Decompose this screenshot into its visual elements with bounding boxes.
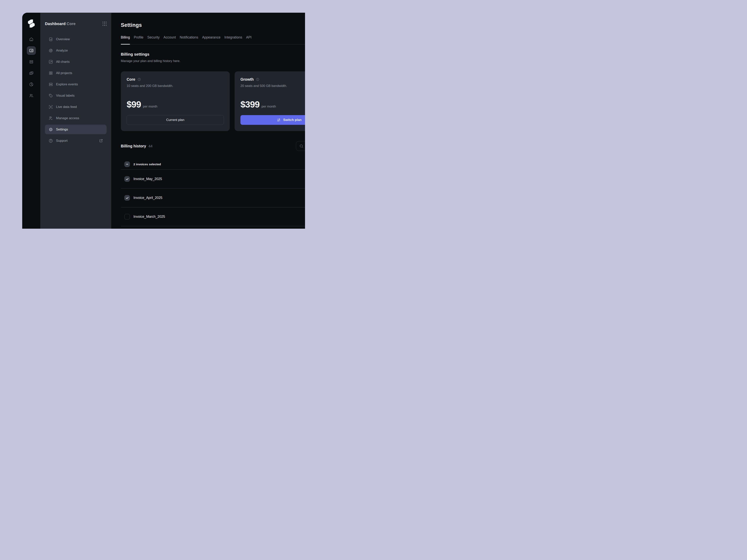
brand-name-secondary: Core [67,22,76,26]
tab-integrations[interactable]: Integrations [224,35,242,39]
rail-item-analytics[interactable] [27,46,36,55]
info-icon[interactable] [256,78,259,81]
switch-arrows-icon [277,118,281,122]
invoice-list: 2 invoices selected Invoice_May_2025 Inv… [121,159,305,226]
invoice-checkbox[interactable] [124,176,130,182]
sidebar-item-all-projects[interactable]: All projects [45,68,107,78]
tab-notifications[interactable]: Notifications [180,35,198,39]
sidebar-header: DashboardCore [45,21,107,26]
billing-history-title: Billing history [121,144,146,149]
select-all-checkbox[interactable] [124,161,130,167]
invoice-label: Invoice_March_2025 [133,215,165,219]
gear-icon [48,127,53,132]
home-icon [29,37,34,42]
sidebar-item-support[interactable]: Support [45,136,107,145]
tab-api[interactable]: API [246,35,252,39]
rail-item-home[interactable] [27,35,36,44]
sidebar-item-label: Support [56,139,68,143]
billing-history-count: 44 [149,144,153,149]
scan-icon [48,105,53,109]
tab-billing[interactable]: Billing [121,35,130,39]
brand-name-primary: Dashboard [45,22,66,26]
sidebar-item-live-data-feed[interactable]: Live data feed [45,102,107,112]
rail-item-users[interactable] [27,91,36,100]
invoice-row-april[interactable]: Invoice_April_2025 [121,189,305,208]
plan-description: 20 seats and 500 GB bandwidth. [240,84,305,88]
main-content: Settings Billing Profile Security Accoun… [111,13,305,229]
plan-period: per month [143,105,157,108]
plan-price: $99 [127,99,141,110]
tab-bar: Billing Profile Security Account Notific… [121,35,305,45]
switch-plan-button[interactable]: Switch plan [240,115,305,125]
info-icon[interactable] [137,78,141,81]
sidebar-item-settings[interactable]: Settings [45,125,107,134]
analyze-target-icon [48,48,53,53]
icon-rail [22,13,40,229]
page-title: Settings [121,22,305,28]
plan-card-header: Core [127,77,224,82]
rail-item-projects[interactable] [27,69,36,77]
sidebar-item-overview[interactable]: Overview [45,34,107,44]
sidebar-item-label: All charts [56,60,70,64]
sidebar-item-label: Overview [56,37,70,41]
current-plan-button-label: Current plan [166,118,184,122]
sidebar: DashboardCore Overview [40,13,111,229]
sidebar-item-manage-access[interactable]: Manage access [45,113,107,123]
plan-period: per month [261,105,276,108]
sidebar-item-label: Visual labels [56,94,75,98]
switch-plan-button-label: Switch plan [283,118,302,122]
billing-history-header: Billing history 44 [121,141,305,151]
brand-logo-icon [27,19,36,28]
app-window: DashboardCore Overview [22,12,305,229]
plan-name: Growth [240,77,254,82]
invoice-row-may[interactable]: Invoice_May_2025 [121,170,305,189]
invoice-checkbox[interactable] [124,214,130,219]
external-link-icon [99,139,103,143]
search-box[interactable] [296,141,305,151]
tab-security[interactable]: Security [147,35,159,39]
invoice-row-march[interactable]: Invoice_March_2025 [121,208,305,226]
tab-profile[interactable]: Profile [134,35,144,39]
plan-price: $399 [240,99,259,110]
plan-price-row: $99 per month [127,99,224,110]
rows-icon [48,82,53,87]
plan-price-row: $399 per month [240,99,305,110]
search-icon [299,144,304,149]
selection-summary-row: 2 invoices selected [121,159,305,170]
sidebar-item-explore-events[interactable]: Explore events [45,80,107,89]
rail-item-reports[interactable] [27,80,36,89]
sidebar-item-label: Explore events [56,82,78,86]
plan-name: Core [127,77,135,82]
current-plan-button[interactable]: Current plan [127,115,224,125]
plan-card-growth: Growth 20 seats and 500 GB bandwidth. $3… [235,71,305,131]
section-title: Billing settings [121,52,305,57]
stacked-check-icon [29,71,34,76]
grid-icon [48,71,53,76]
sidebar-nav: Overview Analyze [45,34,107,145]
bar-chart-frame-icon [29,48,34,53]
rail-item-rows[interactable] [27,58,36,66]
tab-account[interactable]: Account [163,35,176,39]
tab-appearance[interactable]: Appearance [202,35,221,39]
invoice-label: Invoice_April_2025 [133,196,162,200]
overview-chart-icon [48,37,53,42]
plan-description: 10 seats and 200 GB bandwidth. [127,84,224,88]
sidebar-item-label: All projects [56,71,72,75]
sidebar-item-label: Manage access [56,116,79,120]
sidebar-item-all-charts[interactable]: All charts [45,57,107,67]
sidebar-item-analyze[interactable]: Analyze [45,46,107,55]
help-circle-icon [48,138,53,143]
selection-label: 2 invoices selected [133,163,161,166]
billing-history-title-row: Billing history 44 [121,144,153,149]
users-icon [29,93,34,98]
invoice-checkbox[interactable] [124,195,130,201]
dots-grid-icon[interactable] [103,22,107,26]
rows-icon [29,59,34,64]
sidebar-item-label: Live data feed [56,105,77,109]
invoice-label: Invoice_May_2025 [133,177,162,181]
tag-icon [48,93,53,98]
sidebar-item-visual-labels[interactable]: Visual labels [45,91,107,101]
plan-cards: Core 10 seats and 200 GB bandwidth. $99 … [121,71,305,131]
user-check-icon [48,116,53,121]
brand-title: DashboardCore [45,22,76,26]
